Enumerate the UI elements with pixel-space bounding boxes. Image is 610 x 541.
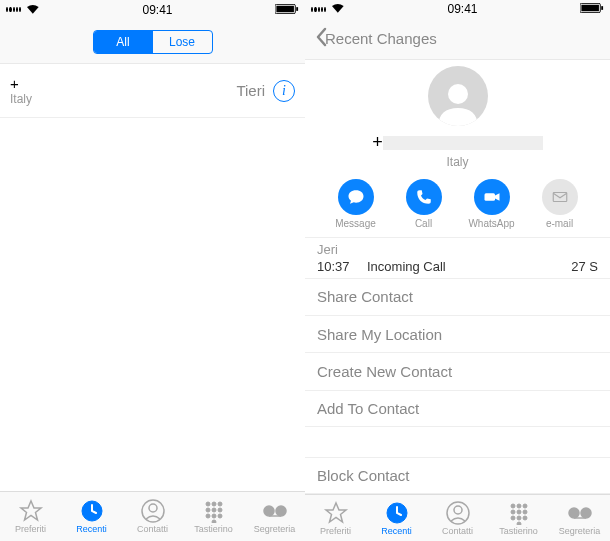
voicemail-icon <box>262 499 288 523</box>
message-button[interactable]: Message <box>331 179 381 229</box>
nav-header: Recent Changes <box>305 19 610 60</box>
svg-point-31 <box>511 510 515 514</box>
svg-rect-2 <box>296 7 298 11</box>
svg-point-14 <box>218 514 222 518</box>
recent-call-row[interactable]: + Italy Tieri i <box>0 64 305 118</box>
svg-rect-24 <box>553 192 567 201</box>
battery-icon <box>580 3 604 15</box>
voicemail-icon <box>567 501 593 525</box>
status-bar: 09:41 <box>305 0 610 19</box>
block-contact[interactable]: Block Contact <box>305 457 610 494</box>
contact-icon <box>445 501 471 525</box>
svg-point-17 <box>276 506 286 516</box>
svg-point-38 <box>569 508 579 518</box>
log-type: Incoming Call <box>367 259 571 274</box>
contact-card: + Italy Message Call WhatsApp e-mail <box>305 60 610 237</box>
screen-recents: 09:41 All Lose + Italy Tieri i Preferiti… <box>0 0 305 541</box>
svg-point-15 <box>212 520 216 523</box>
tab-voicemail[interactable]: Segreteria <box>244 492 305 541</box>
status-time: 09:41 <box>447 2 477 16</box>
wifi-icon <box>331 4 345 14</box>
log-time: 10:37 <box>317 259 367 274</box>
status-time: 09:41 <box>142 3 172 17</box>
segment-all[interactable]: All <box>94 31 153 53</box>
tab-label: Preferiti <box>15 524 46 534</box>
svg-rect-23 <box>484 193 495 201</box>
tab-keypad[interactable]: Tastierino <box>183 492 244 541</box>
email-button[interactable]: e-mail <box>535 179 585 229</box>
whatsapp-button[interactable]: WhatsApp <box>467 179 517 229</box>
svg-rect-20 <box>581 5 599 11</box>
svg-point-35 <box>517 516 521 520</box>
star-icon <box>18 499 44 523</box>
share-contact[interactable]: Share Contact <box>305 278 610 315</box>
svg-point-13 <box>212 514 216 518</box>
tab-recents[interactable]: Recenti <box>366 495 427 541</box>
svg-point-8 <box>218 502 222 506</box>
tab-favorites[interactable]: Preferiti <box>0 492 61 541</box>
svg-point-12 <box>206 514 210 518</box>
nav-title: Recent Changes <box>325 30 437 47</box>
signal-icon <box>6 5 40 15</box>
tab-label: Recenti <box>381 526 412 536</box>
clock-icon <box>79 499 105 523</box>
battery-icon <box>275 4 299 16</box>
tab-contacts[interactable]: Contatti <box>122 492 183 541</box>
tab-label: Tastierino <box>499 526 538 536</box>
contact-icon <box>140 499 166 523</box>
tab-label: Recenti <box>76 524 107 534</box>
svg-point-22 <box>448 84 468 104</box>
wifi-icon <box>26 5 40 15</box>
tab-recents[interactable]: Recenti <box>61 492 122 541</box>
tab-label: Contatti <box>137 524 168 534</box>
svg-point-34 <box>511 516 515 520</box>
keypad-icon <box>506 501 532 525</box>
svg-point-6 <box>206 502 210 506</box>
svg-point-16 <box>264 506 274 516</box>
svg-point-28 <box>511 504 515 508</box>
svg-point-33 <box>523 510 527 514</box>
signal-icon <box>311 4 345 14</box>
tab-label: Tastierino <box>194 524 233 534</box>
message-icon <box>347 188 365 206</box>
svg-rect-21 <box>601 6 603 10</box>
keypad-icon <box>201 499 227 523</box>
star-icon <box>323 501 349 525</box>
contact-country: Italy <box>305 155 610 169</box>
svg-point-30 <box>523 504 527 508</box>
call-log-section: Jeri 10:37 Incoming Call 27 S <box>305 237 610 278</box>
call-button[interactable]: Call <box>399 179 449 229</box>
tab-favorites[interactable]: Preferiti <box>305 495 366 541</box>
recents-header: All Lose <box>0 20 305 64</box>
video-icon <box>483 188 501 206</box>
tab-bar: Preferiti Recenti Contatti Tastierino Se… <box>305 494 610 541</box>
tab-voicemail[interactable]: Segreteria <box>549 495 610 541</box>
svg-rect-1 <box>276 6 294 12</box>
log-row: 10:37 Incoming Call 27 S <box>317 259 598 274</box>
status-bar: 09:41 <box>0 0 305 20</box>
clock-icon <box>384 501 410 525</box>
svg-point-29 <box>517 504 521 508</box>
screen-contact-detail: 09:41 Recent Changes + Italy Message Cal… <box>305 0 610 541</box>
action-row: Message Call WhatsApp e-mail <box>305 179 610 229</box>
svg-point-36 <box>523 516 527 520</box>
log-duration: 27 S <box>571 259 598 274</box>
svg-point-39 <box>581 508 591 518</box>
svg-point-37 <box>517 522 521 525</box>
tab-label: Segreteria <box>254 524 296 534</box>
svg-point-32 <box>517 510 521 514</box>
segment-lose[interactable]: Lose <box>153 31 212 53</box>
tab-keypad[interactable]: Tastierino <box>488 495 549 541</box>
segment-control[interactable]: All Lose <box>93 30 213 54</box>
create-contact[interactable]: Create New Contact <box>305 352 610 389</box>
recent-time: Tieri <box>236 82 265 99</box>
info-icon[interactable]: i <box>273 80 295 102</box>
share-location[interactable]: Share My Location <box>305 315 610 352</box>
tab-label: Contatti <box>442 526 473 536</box>
contact-phone: + <box>305 132 610 153</box>
svg-point-10 <box>212 508 216 512</box>
add-contact[interactable]: Add To Contact <box>305 390 610 427</box>
svg-point-27 <box>454 506 462 514</box>
tab-bar: Preferiti Recenti Contatti Tastierino Se… <box>0 491 305 541</box>
tab-contacts[interactable]: Contatti <box>427 495 488 541</box>
